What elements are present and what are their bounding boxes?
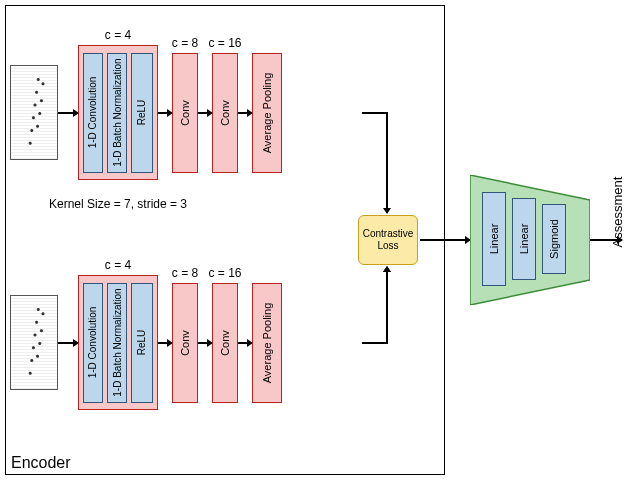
- arrow-up-icon: [386, 267, 388, 344]
- channels-label: c = 8: [172, 36, 198, 50]
- arrow-icon: [158, 342, 172, 344]
- encoder-branch-top: Pitch Contour c = 4 Kernel Size = 7, str…: [10, 45, 282, 180]
- avg-pool-block: Average Pooling: [252, 53, 282, 173]
- arrow-icon: [58, 112, 78, 114]
- arrow-down-icon: [386, 112, 388, 213]
- connector: [362, 342, 386, 344]
- encoder-branch-bottom: Pitch Contour c = 4 1-D Convolution 1-D …: [10, 275, 282, 410]
- channels-label: c = 8: [172, 266, 198, 280]
- contrastive-loss-block: Contrastive Loss: [358, 215, 418, 265]
- conv-layer: 1-D Convolution: [83, 283, 103, 403]
- conv-block-1: c = 4 Kernel Size = 7, stride = 3 1-D Co…: [78, 45, 158, 180]
- batchnorm-layer: 1-D Batch Normalization: [107, 53, 127, 173]
- sigmoid-layer: Sigmoid: [542, 204, 566, 274]
- arrow-icon: [198, 342, 212, 344]
- relu-layer: ReLU: [131, 53, 153, 173]
- arrow-icon: [158, 112, 172, 114]
- channels-label: c = 16: [208, 36, 241, 50]
- connector: [362, 112, 386, 114]
- encoder-label: Encoder: [11, 454, 71, 472]
- arrow-icon: [238, 112, 252, 114]
- channels-label: c = 16: [208, 266, 241, 280]
- channels-label: c = 4: [105, 28, 131, 42]
- conv-layer: 1-D Convolution: [83, 53, 103, 173]
- batchnorm-layer: 1-D Batch Normalization: [107, 283, 127, 403]
- assessment-output-label: Assessment: [610, 177, 625, 248]
- conv-block-2: c = 8 Conv: [172, 53, 198, 173]
- kernel-size-label: Kernel Size = 7, stride = 3: [43, 197, 193, 211]
- arrow-icon: [420, 239, 470, 241]
- avg-pool-block: Average Pooling: [252, 283, 282, 403]
- linear-layer-2: Linear: [512, 198, 536, 280]
- conv-block-3: c = 16 Conv: [212, 283, 238, 403]
- arrow-icon: [58, 342, 78, 344]
- assessment-head: Linear Linear Sigmoid: [470, 175, 590, 305]
- pitch-contour-input: [10, 295, 58, 390]
- conv-block-2: c = 8 Conv: [172, 283, 198, 403]
- arrow-icon: [198, 112, 212, 114]
- pitch-contour-input: [10, 65, 58, 160]
- linear-layer-1: Linear: [482, 192, 506, 286]
- arrow-icon: [238, 342, 252, 344]
- relu-layer: ReLU: [131, 283, 153, 403]
- channels-label: c = 4: [105, 258, 131, 272]
- conv-block-3: c = 16 Conv: [212, 53, 238, 173]
- conv-block-1: c = 4 1-D Convolution 1-D Batch Normaliz…: [78, 275, 158, 410]
